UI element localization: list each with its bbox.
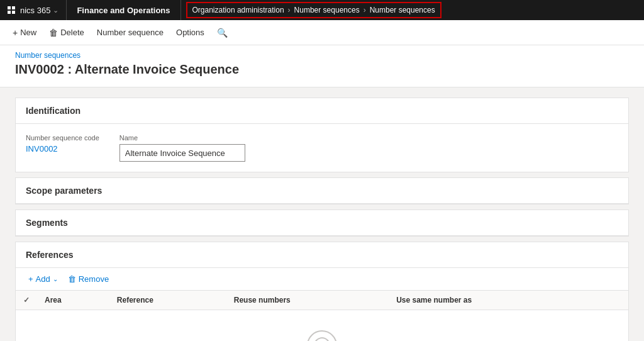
new-label: New — [20, 28, 36, 37]
scope-parameters-header[interactable]: Scope parameters — [16, 178, 628, 204]
name-input[interactable] — [119, 144, 245, 162]
delete-button[interactable]: 🗑 Delete — [44, 25, 89, 40]
trash-icon: 🗑 — [68, 274, 76, 284]
breadcrumb-sep-1: › — [288, 6, 291, 14]
number-sequence-label: Number sequence — [97, 28, 164, 37]
add-label: Add — [36, 274, 50, 284]
breadcrumb-item-numseq2[interactable]: Number sequences — [370, 6, 435, 14]
col-check: ✓ — [16, 291, 37, 310]
scope-parameters-section: Scope parameters — [15, 177, 629, 204]
identification-form-row: Number sequence code INV0002 Name — [26, 134, 618, 162]
empty-icon — [307, 330, 337, 341]
empty-state — [23, 315, 621, 341]
identification-section: Identification Number sequence code INV0… — [15, 98, 629, 172]
page-header: Number sequences INV0002 : Alternate Inv… — [0, 45, 644, 87]
chevron-down-icon: ⌄ — [53, 6, 58, 14]
col-reference-header: Reference — [109, 291, 226, 310]
code-field: Number sequence code INV0002 — [26, 134, 99, 154]
col-reuse-header: Reuse numbers — [226, 291, 389, 310]
number-sequence-button[interactable]: Number sequence — [92, 25, 169, 40]
options-button[interactable]: Options — [171, 25, 209, 40]
grid-icon — [8, 6, 15, 14]
remove-button[interactable]: 🗑 Remove — [65, 273, 111, 285]
app-logo-label: nics 365 — [20, 6, 50, 15]
empty-row — [16, 310, 628, 342]
add-button[interactable]: + Add ⌄ — [26, 273, 60, 285]
breadcrumb-item-org[interactable]: Organization administration — [192, 6, 284, 14]
segments-header[interactable]: Segments — [16, 210, 628, 236]
plus-icon: + — [28, 274, 33, 284]
code-value[interactable]: INV0002 — [26, 144, 99, 154]
identification-section-header[interactable]: Identification — [16, 98, 628, 124]
checkmark-icon: ✓ — [23, 296, 30, 305]
references-section: References + Add ⌄ 🗑 Remove ✓ Area Refer… — [15, 242, 629, 341]
col-same-as-header: Use same number as — [389, 291, 594, 310]
name-field: Name — [119, 134, 245, 162]
new-button[interactable]: + New — [8, 25, 42, 40]
segments-section: Segments — [15, 210, 629, 237]
identification-section-body: Number sequence code INV0002 Name — [16, 124, 628, 172]
breadcrumb-sep-2: › — [364, 6, 366, 14]
delete-label: Delete — [60, 28, 84, 37]
content-area: Identification Number sequence code INV0… — [0, 87, 644, 341]
references-header[interactable]: References — [16, 242, 628, 268]
col-extra — [594, 291, 628, 310]
name-label: Name — [119, 134, 245, 142]
breadcrumb-item-numseq1[interactable]: Number sequences — [294, 6, 360, 14]
svg-point-0 — [314, 338, 330, 341]
top-nav: nics 365 ⌄ Finance and Operations Organi… — [0, 0, 644, 20]
app-name: Finance and Operations — [67, 0, 180, 20]
references-toolbar: + Add ⌄ 🗑 Remove — [16, 268, 628, 291]
app-logo[interactable]: nics 365 ⌄ — [0, 0, 67, 20]
action-bar: + New 🗑 Delete Number sequence Options 🔍 — [0, 20, 644, 45]
col-area-header: Area — [37, 291, 109, 310]
options-label: Options — [176, 28, 204, 37]
search-icon: 🔍 — [217, 28, 228, 38]
page-title: INV0002 : Alternate Invoice Sequence — [15, 62, 629, 77]
remove-label: Remove — [79, 274, 109, 284]
breadcrumb-nav: Organization administration › Number seq… — [186, 2, 441, 18]
plus-icon: + — [13, 28, 18, 38]
chevron-down-icon: ⌄ — [53, 276, 58, 282]
delete-icon: 🗑 — [49, 28, 58, 38]
page-breadcrumb-link[interactable]: Number sequences — [15, 51, 80, 60]
search-button[interactable]: 🔍 — [212, 25, 233, 40]
references-table: ✓ Area Reference Reuse numbers Use same … — [16, 291, 628, 341]
code-label: Number sequence code — [26, 134, 99, 142]
